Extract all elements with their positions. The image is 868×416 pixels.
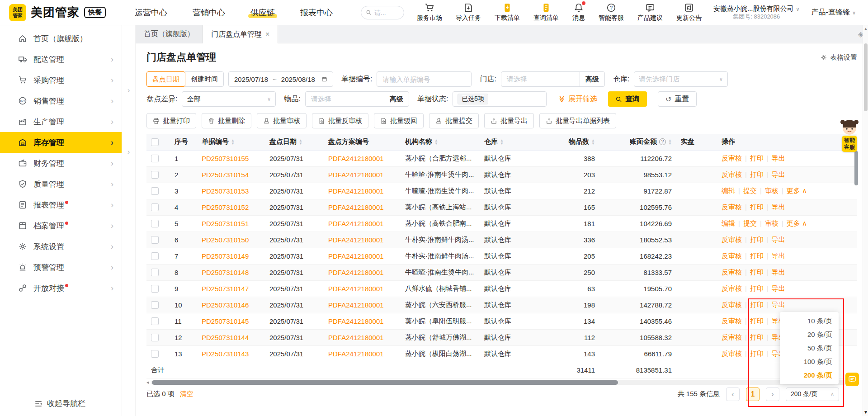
doc-no-link[interactable]: PD2507310143 xyxy=(202,350,249,358)
close-tab-icon[interactable]: × xyxy=(265,30,269,38)
scrollbar-thumb[interactable] xyxy=(864,43,868,111)
select-all-checkbox[interactable] xyxy=(151,138,159,146)
help-icon[interactable]: ? xyxy=(659,138,666,145)
doc-no-link[interactable]: PD2507310154 xyxy=(202,171,249,179)
row-action-link[interactable]: 编辑 xyxy=(722,219,735,227)
expand-filters-link[interactable]: ≫ 展开筛选 xyxy=(558,95,597,104)
row-action-link[interactable]: 导出 xyxy=(772,284,785,292)
submenu-expand-icon[interactable]: › xyxy=(127,147,130,156)
table-vertical-scrollbar[interactable] xyxy=(854,151,858,185)
sidebar-item-inventory[interactable]: 库存管理 › xyxy=(0,132,122,153)
row-action-link[interactable]: 反审核 xyxy=(722,284,742,292)
row-action-link[interactable]: 反审核 xyxy=(722,301,742,308)
row-checkbox[interactable] xyxy=(151,203,159,211)
scroll-up-icon[interactable]: ▲ xyxy=(863,27,868,31)
quick-query-list[interactable]: 查询清单 xyxy=(533,3,559,22)
pagesize-50[interactable]: 50 条/页 xyxy=(780,341,839,355)
page-size-select[interactable]: 200 条/页 ∧ 10 条/页20 条/页50 条/页100 条/页200 条… xyxy=(786,388,839,401)
doc-no-link[interactable]: PD2507310145 xyxy=(202,317,249,325)
row-action-link[interactable]: 提交 xyxy=(743,219,757,227)
company-switcher[interactable]: 安徽蒸小皖...股份有限公司∨ 集团号: 83202086 xyxy=(713,4,800,20)
row-action-link[interactable]: 反审核 xyxy=(722,252,742,260)
row-checkbox[interactable] xyxy=(151,171,159,179)
doc-no-link[interactable]: PD2507310155 xyxy=(202,155,249,162)
row-checkbox[interactable] xyxy=(151,155,159,162)
row-action-link[interactable]: 打印 xyxy=(750,203,764,211)
pagesize-100[interactable]: 100 条/页 xyxy=(780,355,839,369)
doc-no-input[interactable] xyxy=(377,71,472,87)
col-warehouse[interactable]: 仓库▲▼ xyxy=(480,134,547,150)
doc-no-link[interactable]: PD2507310144 xyxy=(202,334,249,341)
doc-no-link[interactable]: PD2507310153 xyxy=(202,187,249,195)
page-scrollbar[interactable]: ▲ ▼ xyxy=(863,25,868,416)
row-action-link[interactable]: 提交 xyxy=(743,187,757,194)
scrollbar-thumb[interactable] xyxy=(152,380,618,385)
toggle-stocktake-date[interactable]: 盘点日期 xyxy=(146,71,185,87)
table-horizontal-scrollbar[interactable]: ◂ xyxy=(146,380,857,385)
row-action-link[interactable]: 更多 ∧ xyxy=(787,219,807,227)
batch-export-button[interactable]: 批量导出 xyxy=(484,113,534,128)
batch-audit-button[interactable]: 批量审核 xyxy=(257,113,307,128)
plan-no-link[interactable]: PDFA2412180001 xyxy=(328,236,384,244)
row-action-link[interactable]: 反审核 xyxy=(722,268,742,276)
sort-icon[interactable]: ▲▼ xyxy=(231,139,235,145)
submenu-expand-icon[interactable]: › xyxy=(127,86,130,95)
row-action-link[interactable]: 更多 ∧ xyxy=(787,187,807,194)
sidebar-item-reports[interactable]: 报表管理 › xyxy=(0,194,122,215)
batch-export-list-button[interactable]: 批量导出单据列表 xyxy=(539,113,616,128)
plan-no-link[interactable]: PDFA2412180001 xyxy=(328,220,384,227)
plan-no-link[interactable]: PDFA2412180001 xyxy=(328,269,384,276)
sidebar-item-delivery[interactable]: 配送管理 › xyxy=(0,49,122,70)
chat-fab[interactable] xyxy=(845,373,859,386)
row-checkbox[interactable] xyxy=(151,252,159,260)
next-page-button[interactable]: › xyxy=(766,388,779,401)
plan-no-link[interactable]: PDFA2412180001 xyxy=(328,301,384,309)
pagesize-200[interactable]: 200 条/页 xyxy=(780,369,839,382)
sidebar-item-alerts[interactable]: 预警管理 › xyxy=(0,257,122,278)
col-doc-no[interactable]: 单据编号▲▼ xyxy=(197,134,265,150)
row-action-link[interactable]: 编辑 xyxy=(722,187,735,194)
sidebar-item-settings[interactable]: 系统设置 › xyxy=(0,236,122,257)
col-book-amount[interactable]: 账面金额?▲▼ xyxy=(599,134,676,150)
nav-marketing[interactable]: 营销中心 xyxy=(192,7,226,18)
doc-no-link[interactable]: PD2507310151 xyxy=(202,220,249,227)
sidebar-item-finance[interactable]: 财务管理 › xyxy=(0,153,122,174)
quick-product-feedback[interactable]: 产品建议 xyxy=(637,3,663,22)
toggle-create-time[interactable]: 创建时间 xyxy=(185,71,224,87)
row-action-link[interactable]: 打印 xyxy=(750,252,764,260)
row-action-link[interactable]: 反审核 xyxy=(722,236,742,243)
reset-button[interactable]: ↺ 重置 xyxy=(658,91,697,107)
row-action-link[interactable]: 导出 xyxy=(772,203,785,211)
plan-no-link[interactable]: PDFA2412180001 xyxy=(328,350,384,358)
batch-submit-button[interactable]: 批量提交 xyxy=(429,113,479,128)
sidebar-item-production[interactable]: 生产管理 › xyxy=(0,111,122,132)
row-action-link[interactable]: 打印 xyxy=(750,301,764,308)
nav-supply-chain[interactable]: 供应链 xyxy=(250,7,276,18)
store-select[interactable]: 请选择 高级 xyxy=(501,71,605,87)
doc-no-link[interactable]: PD2507310146 xyxy=(202,301,249,309)
sort-icon[interactable]: ▲▼ xyxy=(668,139,672,145)
row-checkbox[interactable] xyxy=(151,350,159,358)
row-checkbox[interactable] xyxy=(151,220,159,227)
batch-print-button[interactable]: 批量打印 xyxy=(146,113,196,128)
plan-no-link[interactable]: PDFA2412180001 xyxy=(328,155,384,162)
clear-selection-link[interactable]: 清空 xyxy=(180,390,193,398)
store-advanced-button[interactable]: 高级 xyxy=(580,72,604,86)
batch-delete-button[interactable]: 批量删除 xyxy=(202,113,251,128)
row-action-link[interactable]: 打印 xyxy=(750,268,764,276)
warehouse-select[interactable]: 请先选择门店 ∨ xyxy=(634,71,728,87)
nav-report-center[interactable]: 报表中心 xyxy=(299,7,334,18)
scroll-down-icon[interactable]: ▼ xyxy=(863,410,868,415)
plan-no-link[interactable]: PDFA2412180001 xyxy=(328,285,384,293)
prev-page-button[interactable]: ‹ xyxy=(726,388,740,401)
row-action-link[interactable]: 导出 xyxy=(772,170,785,178)
sidebar-item-open-api[interactable]: 开放对接 › xyxy=(0,278,122,298)
plan-no-link[interactable]: PDFA2412180001 xyxy=(328,252,384,260)
status-select[interactable]: 已选5项 xyxy=(453,91,547,107)
date-range-picker[interactable]: 2025/07/18 ~ 2025/08/18 xyxy=(228,71,333,87)
row-checkbox[interactable] xyxy=(151,301,159,309)
doc-no-link[interactable]: PD2507310147 xyxy=(202,285,249,293)
row-action-link[interactable]: 反审核 xyxy=(722,317,742,325)
row-action-link[interactable]: 导出 xyxy=(772,252,785,260)
plan-no-link[interactable]: PDFA2412180001 xyxy=(328,171,384,179)
